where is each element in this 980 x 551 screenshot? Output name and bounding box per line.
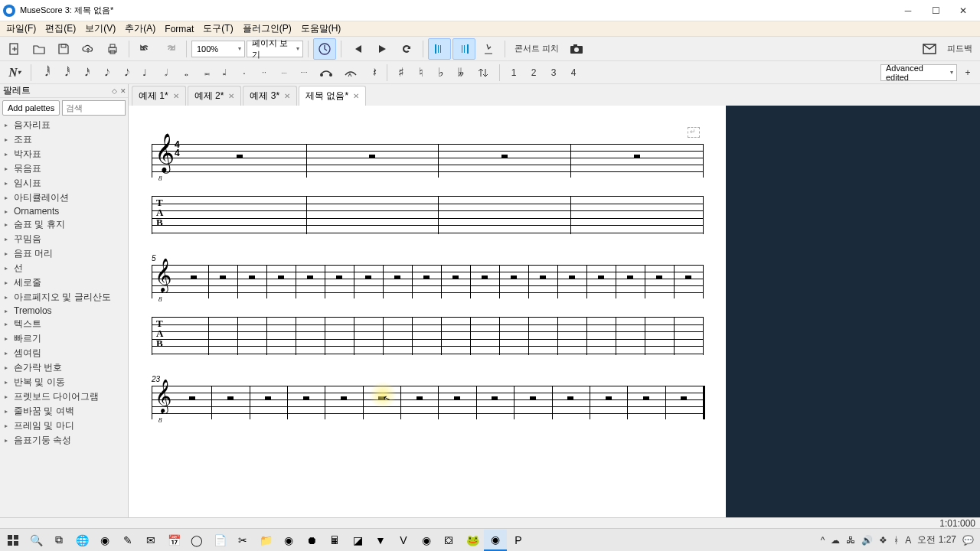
menu-edit[interactable]: 편집(E): [41, 21, 80, 37]
tray-cloud-icon[interactable]: ☁: [831, 535, 840, 546]
tie-button[interactable]: [315, 62, 338, 83]
taskview-icon[interactable]: ⧉: [47, 530, 70, 551]
zoom-combo[interactable]: 100%: [191, 41, 245, 57]
duration-whole-button[interactable]: 𝅝: [175, 62, 194, 83]
edge-icon[interactable]: 🌐: [70, 530, 93, 551]
palette-item[interactable]: ▸음자리표: [0, 118, 128, 132]
palette-search-input[interactable]: [62, 100, 126, 116]
app-icon-9[interactable]: ⛋: [438, 530, 461, 551]
palette-item[interactable]: ▸묶음표: [0, 161, 128, 176]
tab-close-icon[interactable]: ✕: [353, 92, 359, 100]
app-icon-2[interactable]: ✎: [116, 530, 139, 551]
add-workspace-button[interactable]: +: [959, 62, 977, 83]
palette-item[interactable]: ▸세로줄: [0, 276, 128, 290]
undo-button[interactable]: [134, 38, 157, 60]
palette-item[interactable]: ▸프레임 및 마디: [0, 419, 128, 433]
voice-2-button[interactable]: 2: [524, 62, 543, 83]
duration-breve-button[interactable]: 𝅜: [195, 62, 214, 83]
app-icon-11[interactable]: P: [507, 530, 530, 551]
document-tab[interactable]: 예제 2*✕: [188, 86, 242, 106]
tray-network-icon[interactable]: 🖧: [846, 535, 855, 546]
rewind-button[interactable]: [346, 38, 369, 60]
palette-item[interactable]: ▸줄바꿈 및 여백: [0, 404, 128, 419]
tab-close-icon[interactable]: ✕: [284, 92, 290, 100]
document-tab[interactable]: 예제 3*✕: [243, 86, 297, 106]
palette-item[interactable]: ▸텍스트: [0, 317, 128, 331]
doubleflat-button[interactable]: 𝄫: [452, 62, 470, 83]
menu-file[interactable]: 파일(F): [2, 21, 41, 37]
minimize-button[interactable]: ─: [894, 1, 922, 21]
palette-item[interactable]: ▸아티큘레이션: [0, 191, 128, 205]
duration-quarter-button[interactable]: ♩: [136, 62, 154, 83]
palette-item[interactable]: ▸빠르기: [0, 331, 128, 346]
maximize-button[interactable]: ☐: [922, 1, 949, 21]
menu-tools[interactable]: 도구(T): [198, 21, 237, 37]
print-button[interactable]: [101, 38, 124, 60]
dot2-button[interactable]: ··: [255, 62, 273, 83]
palette-item[interactable]: ▸프렛보드 다이어그램: [0, 390, 128, 404]
palette-item[interactable]: ▸꾸밈음: [0, 232, 128, 246]
redo-button[interactable]: [158, 38, 181, 60]
workspace-combo[interactable]: Advanced edited: [880, 64, 957, 81]
tray-app-icon[interactable]: ❖: [879, 535, 887, 546]
sharp-button[interactable]: ♯: [392, 62, 410, 83]
app-icon-6[interactable]: ▼: [369, 530, 392, 551]
duration-half-button[interactable]: 𝅗𝅥: [155, 62, 174, 83]
tray-notifications-icon[interactable]: 💬: [962, 535, 974, 546]
app-icon-10[interactable]: 🐸: [461, 530, 484, 551]
menu-add[interactable]: 추가(A): [120, 21, 160, 37]
palette-item[interactable]: ▸셈여림: [0, 346, 128, 360]
voice-3-button[interactable]: 3: [544, 62, 563, 83]
explorer-icon[interactable]: 📁: [254, 530, 277, 551]
palette-item[interactable]: ▸Tremolos: [0, 305, 128, 317]
duration-32nd-button[interactable]: 𝅘𝅥𝅱: [56, 62, 74, 83]
tab-close-icon[interactable]: ✕: [173, 92, 179, 100]
palette-item[interactable]: ▸임시표: [0, 176, 128, 191]
play-button[interactable]: [371, 38, 394, 60]
dot1-button[interactable]: ·: [235, 62, 253, 83]
dot3-button[interactable]: ···: [275, 62, 293, 83]
natural-button[interactable]: ♮: [412, 62, 430, 83]
duration-64th-button[interactable]: 𝅘𝅥𝅲: [36, 62, 54, 83]
duration-longa-button[interactable]: 𝆷: [215, 62, 234, 83]
app-icon-7[interactable]: V: [392, 530, 415, 551]
countin-button[interactable]: [477, 38, 500, 60]
chrome-icon[interactable]: ◯: [185, 530, 208, 551]
tray-time[interactable]: 오전 1:27: [917, 533, 956, 546]
duration-8th-button[interactable]: 𝅘𝅥𝅮: [96, 62, 114, 83]
open-button[interactable]: [28, 38, 51, 60]
voice-4-button[interactable]: 4: [564, 62, 583, 83]
flat-button[interactable]: ♭: [432, 62, 450, 83]
calendar-icon[interactable]: 📅: [162, 530, 185, 551]
palette-item[interactable]: ▸조표: [0, 132, 128, 147]
cloud-button[interactable]: [77, 38, 100, 60]
musescore-taskbar-icon[interactable]: ◉: [484, 530, 507, 551]
palette-item[interactable]: ▸Ornaments: [0, 205, 128, 217]
app-icon-4[interactable]: ✂: [231, 530, 254, 551]
feedback-icon[interactable]: [918, 38, 941, 60]
new-score-button[interactable]: [3, 38, 26, 60]
palette-item[interactable]: ▸박자표: [0, 147, 128, 161]
tray-volume-icon[interactable]: 🔊: [861, 535, 873, 546]
mail-icon[interactable]: ✉: [139, 530, 162, 551]
app-icon-8[interactable]: ◉: [415, 530, 438, 551]
duration-16th-button[interactable]: 𝅘𝅥𝅰: [76, 62, 94, 83]
palette-item[interactable]: ▸음표기둥 속성: [0, 433, 128, 448]
note-input-mode-button[interactable]: N▾: [3, 62, 26, 83]
app-icon-5[interactable]: ◪: [346, 530, 369, 551]
maps-icon[interactable]: ◉: [277, 530, 300, 551]
palette-item[interactable]: ▸숨표 및 휴지: [0, 217, 128, 232]
rest-button[interactable]: 𝄽: [364, 62, 382, 83]
document-tab[interactable]: 예제 1*✕: [132, 86, 186, 106]
palette-close-icon[interactable]: ✕: [120, 87, 126, 95]
tray-bt-icon[interactable]: ᚼ: [893, 535, 899, 546]
system-tray[interactable]: ^ ☁ 🖧 🔊 ❖ ᚼ A 오전 1:27 💬: [816, 533, 978, 546]
concert-pitch-button[interactable]: 콘서트 피치: [510, 43, 564, 54]
palette-dock-icon[interactable]: ◇: [112, 87, 117, 95]
close-button[interactable]: ✕: [949, 1, 977, 21]
loop-in-button[interactable]: [428, 38, 451, 60]
start-button[interactable]: [2, 530, 24, 551]
menu-format[interactable]: Format: [160, 22, 198, 36]
save-button[interactable]: [52, 38, 75, 60]
calc-icon[interactable]: 🖩: [323, 530, 346, 551]
